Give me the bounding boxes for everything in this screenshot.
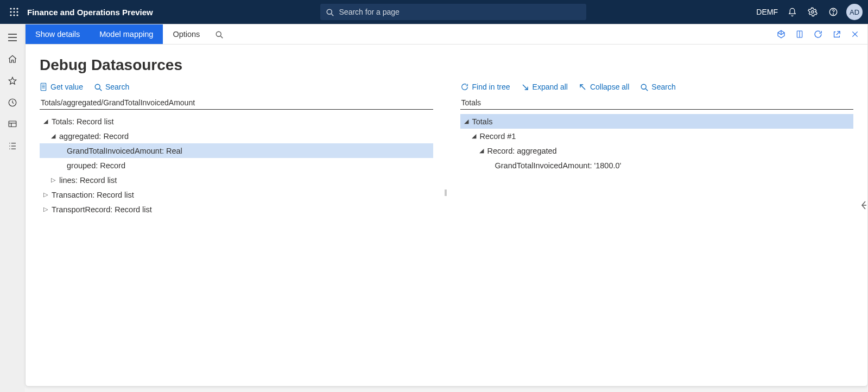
cmd-model-mapping[interactable]: Model mapping bbox=[90, 24, 163, 44]
left-nav-rail bbox=[0, 24, 25, 392]
left-path[interactable]: Totals/aggregated/GrandTotalInvoicedAmou… bbox=[40, 97, 433, 110]
svg-line-28 bbox=[220, 36, 223, 38]
svg-point-6 bbox=[10, 14, 11, 16]
svg-point-3 bbox=[10, 11, 11, 12]
left-search-label: Search bbox=[105, 83, 129, 91]
tree-label: Transaction: Record list bbox=[52, 191, 134, 199]
tree-label: Totals bbox=[472, 117, 493, 126]
result-tree-panel: Find in tree Expand all Collapse all Sea… bbox=[460, 83, 854, 381]
collapse-all-label: Collapse all bbox=[590, 83, 629, 91]
global-search-input[interactable] bbox=[338, 7, 581, 17]
tree-label: Record #1 bbox=[480, 132, 516, 141]
app-title: Finance and Operations Preview bbox=[25, 8, 153, 17]
refresh-icon[interactable] bbox=[809, 24, 827, 44]
svg-point-4 bbox=[13, 11, 15, 12]
svg-point-5 bbox=[16, 11, 18, 12]
page-options-icon[interactable] bbox=[790, 24, 809, 44]
tree-label: aggregated: Record bbox=[59, 132, 129, 141]
settings-gear-icon[interactable] bbox=[803, 0, 822, 24]
notifications-icon[interactable] bbox=[782, 0, 802, 24]
user-avatar[interactable]: AD bbox=[846, 4, 863, 20]
company-code[interactable]: DEMF bbox=[753, 8, 781, 16]
svg-point-1 bbox=[13, 8, 15, 9]
cmd-show-details[interactable]: Show details bbox=[26, 24, 90, 44]
popout-icon[interactable] bbox=[827, 24, 846, 44]
command-search-icon[interactable] bbox=[210, 24, 228, 44]
get-value-button[interactable]: Get value bbox=[40, 83, 83, 91]
app-launcher-icon[interactable] bbox=[3, 0, 25, 24]
svg-rect-18 bbox=[9, 121, 16, 127]
find-in-tree-button[interactable]: Find in tree bbox=[460, 83, 510, 91]
help-icon[interactable] bbox=[823, 0, 843, 24]
right-search-label: Search bbox=[651, 83, 675, 91]
modules-icon[interactable] bbox=[0, 136, 25, 156]
svg-line-40 bbox=[580, 85, 585, 90]
tree-label: lines: Record list bbox=[59, 176, 117, 185]
svg-point-41 bbox=[642, 84, 647, 89]
svg-point-9 bbox=[327, 9, 332, 14]
recent-icon[interactable] bbox=[0, 92, 25, 113]
result-node-grandtotalvalue[interactable]: ◢GrandTotalInvoicedAmount: '1800.0' bbox=[460, 158, 854, 173]
close-icon[interactable] bbox=[846, 24, 864, 44]
svg-line-39 bbox=[523, 85, 528, 90]
page-container: Show details Model mapping Options bbox=[25, 24, 868, 387]
hamburger-icon[interactable] bbox=[0, 27, 25, 48]
top-nav-bar: Finance and Operations Preview DEMF bbox=[0, 0, 868, 24]
expand-all-label: Expand all bbox=[533, 83, 568, 91]
svg-point-13 bbox=[833, 14, 833, 14]
tree-node-grouped[interactable]: ◢grouped: Record bbox=[40, 158, 433, 173]
workspace-icon[interactable] bbox=[0, 114, 25, 135]
tree-node-transportrecord[interactable]: ▷TransportRecord: Record list bbox=[40, 202, 433, 217]
related-flyout-handle[interactable] bbox=[860, 194, 867, 216]
tree-label: Record: aggregated bbox=[487, 147, 557, 155]
tree-node-lines[interactable]: ▷lines: Record list bbox=[40, 173, 433, 187]
cmd-options[interactable]: Options bbox=[163, 24, 210, 44]
result-node-aggregated[interactable]: ◢Record: aggregated bbox=[460, 143, 854, 158]
home-icon[interactable] bbox=[0, 49, 25, 69]
svg-line-42 bbox=[646, 88, 648, 91]
svg-point-37 bbox=[95, 84, 100, 89]
expand-all-button[interactable]: Expand all bbox=[521, 83, 568, 91]
result-node-totals[interactable]: ◢Totals bbox=[460, 114, 854, 129]
result-node-record1[interactable]: ◢Record #1 bbox=[460, 129, 854, 143]
left-tree: ◢Totals: Record list ◢aggregated: Record… bbox=[40, 114, 433, 217]
tree-label: GrandTotalInvoicedAmount: '1800.0' bbox=[495, 161, 622, 170]
svg-point-0 bbox=[10, 8, 11, 9]
tree-label: Totals: Record list bbox=[52, 117, 113, 126]
tree-node-aggregated[interactable]: ◢aggregated: Record bbox=[40, 129, 433, 143]
svg-point-2 bbox=[16, 8, 18, 9]
datasource-tree-panel: Get value Search Totals/aggregated/Grand… bbox=[40, 83, 433, 381]
tree-label: GrandTotalInvoicedAmount: Real bbox=[67, 147, 182, 155]
collapse-all-button[interactable]: Collapse all bbox=[579, 83, 629, 91]
svg-point-8 bbox=[16, 14, 18, 16]
global-search[interactable] bbox=[320, 4, 586, 20]
favorites-icon[interactable] bbox=[0, 71, 25, 91]
attachments-icon[interactable] bbox=[772, 24, 790, 44]
svg-point-27 bbox=[216, 31, 221, 36]
right-tree: ◢Totals ◢Record #1 ◢Record: aggregated ◢… bbox=[460, 114, 854, 173]
svg-point-7 bbox=[13, 14, 15, 16]
tree-node-grandtotalinvoicedamount[interactable]: ◢GrandTotalInvoicedAmount: Real bbox=[40, 143, 433, 158]
right-path[interactable]: Totals bbox=[460, 97, 854, 110]
tree-label: grouped: Record bbox=[67, 161, 125, 170]
command-bar: Show details Model mapping Options bbox=[26, 24, 867, 45]
tree-node-transaction[interactable]: ▷Transaction: Record list bbox=[40, 187, 433, 202]
svg-rect-33 bbox=[41, 83, 46, 90]
right-search-button[interactable]: Search bbox=[640, 83, 675, 91]
tree-label: TransportRecord: Record list bbox=[52, 205, 152, 214]
tree-node-totals[interactable]: ◢Totals: Record list bbox=[40, 114, 433, 129]
left-search-button[interactable]: Search bbox=[94, 83, 129, 91]
get-value-label: Get value bbox=[50, 83, 83, 91]
find-in-tree-label: Find in tree bbox=[472, 83, 510, 91]
panel-splitter[interactable] bbox=[446, 83, 447, 381]
page-title: Debug Datasources bbox=[40, 56, 853, 74]
svg-line-10 bbox=[331, 14, 333, 16]
svg-point-11 bbox=[812, 11, 814, 14]
svg-line-38 bbox=[99, 88, 102, 91]
